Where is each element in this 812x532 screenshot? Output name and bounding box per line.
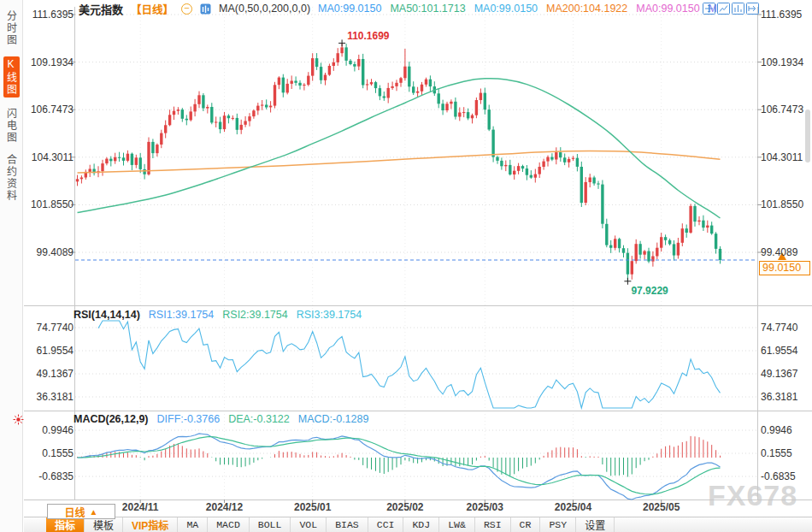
chart-toolbar-icons [703,3,759,15]
toolbar-item[interactable]: BIAS [327,517,368,532]
macd-settings-icon[interactable] [13,413,24,429]
y-axis-label: 101.8550 [761,198,807,210]
toolbar-item[interactable]: VIP指标 [123,517,178,532]
high-price-annotation: 110.1699 [347,30,389,42]
chevron-up-icon: ▲ [90,507,98,517]
indicator-toolbar: 指标模板VIP指标MAMACDBOLLVOLBIASCCIKDJLW&RSICR… [24,517,812,532]
y-axis-label: 49.1367 [761,368,807,380]
y-axis-label: 0.9946 [27,424,74,436]
legend-item: MA200:104.1922 [546,3,627,15]
sidebar-item-tab[interactable]: 合约资料 [4,154,19,202]
toolbar-item[interactable]: 指标 [46,517,85,532]
macd-formula[interactable]: MACD(26,12,9) [74,413,149,425]
line-scale-icon[interactable] [717,3,730,15]
y-axis-label: 49.1367 [27,368,74,380]
y-axis-label: 61.9554 [761,345,807,357]
toolbar-item[interactable]: 设置 [576,517,615,532]
x-axis-label: 2025/04 [555,501,591,513]
collapse-icon[interactable]: − [181,3,192,15]
scrollbar-thumb[interactable] [805,109,810,163]
y-axis-label: 0.9946 [761,424,807,436]
y-axis-label: 104.3011 [761,151,807,163]
ma-legend: MA0:99.0150MA50:101.1713MA0:99.0150MA200… [318,3,717,15]
candle-chart-icon[interactable] [200,3,211,15]
toolbar-item[interactable]: MACD [208,517,250,532]
y-axis-label: 109.1934 [761,56,807,68]
toolbar-item[interactable]: KDJ [403,517,439,532]
y-axis-label: 111.6395 [761,9,807,21]
ma-formula[interactable]: MA(0,50,0,200,0,0) [219,3,310,15]
y-axis-label: 101.8550 [27,198,74,210]
toolbar-item[interactable]: VOL [291,517,327,532]
y-axis-label: 104.3011 [27,151,74,163]
y-axis-label: 0.1555 [27,447,74,459]
last-price-label: 99.0150 [759,261,810,275]
y-axis-label: -0.6835 [761,470,807,482]
toolbar-item[interactable]: MA [178,517,208,532]
toolbar-item[interactable]: LW& [439,517,475,532]
low-price-annotation: 97.9229 [631,285,668,297]
y-axis-label: 61.9554 [27,345,74,357]
macd-legend: DIFF:-0.3766DEA:-0.3122MACD:-0.1289 [157,413,369,425]
sidebar-item-active[interactable]: K线图 [3,56,20,98]
crosshair-icon[interactable] [703,3,715,15]
x-axis-label: 2024/11 [122,501,159,513]
y-axis-label: -0.6835 [27,470,74,482]
bar-scale-icon[interactable] [732,3,744,15]
toolbar-item[interactable]: 模板 [85,517,123,532]
chart-type-sidebar: 分时图K线图闪电图合约资料 [0,0,23,532]
x-axis-label: 2024/12 [206,501,243,513]
legend-item: MA0:99.0150 [636,3,699,15]
legend-item: RSI1:39.1754 [149,309,214,321]
period-button-label: 日线 [65,505,85,519]
legend-item: DIFF:-0.3766 [157,413,221,425]
y-axis-label: 99.4089 [761,246,807,258]
export-icon[interactable] [746,3,759,15]
y-axis-label: 74.7740 [761,322,807,334]
toolbar-item[interactable]: PSY [540,517,576,532]
toolbar-item[interactable]: BOLL [250,517,291,532]
sidebar-item-tab[interactable]: 分时图 [4,10,19,46]
rsi-legend: RSI1:39.1754RSI2:39.1754RSI3:39.1754 [149,309,362,321]
x-axis-label: 2025/02 [386,501,423,513]
legend-item: RSI3:39.1754 [297,309,362,321]
toolbar-item[interactable]: CCI [368,517,404,532]
legend-item: RSI2:39.1754 [222,309,287,321]
legend-item: DEA:-0.3122 [228,413,290,425]
y-axis-label: 0.1555 [761,447,807,459]
x-axis-label: 2025/03 [467,501,503,513]
period-select-button[interactable]: 日线 ▲ [47,504,115,519]
rsi-pane-header: RSI(14,14,14) RSI1:39.1754RSI2:39.1754RS… [74,309,362,321]
legend-item: MA0:99.0150 [318,3,381,15]
x-axis-label: 2025/01 [294,501,331,513]
legend-item: MA50:101.1713 [390,3,465,15]
period-tag: 【日线】 [131,1,174,17]
x-axis-label: 2025/05 [643,501,680,513]
main-chart-header: 美元指数 【日线】 − MA(0,50,0,200,0,0) MA0:99.01… [79,2,717,15]
y-axis-label: 106.7473 [27,103,74,115]
toolbar-item[interactable]: RSI [475,517,511,532]
symbol-title: 美元指数 [79,1,123,17]
y-axis-label: 36.3181 [761,391,807,403]
legend-item: MA0:99.0150 [474,3,538,15]
y-axis-label: 99.4089 [27,246,74,258]
toolbar-item[interactable]: CR [511,517,541,532]
chart-app: FX678 分时图K线图闪电图合约资料 美元指数 【日线】 − MA(0,50,… [0,0,812,532]
macd-pane-header: MACD(26,12,9) DIFF:-0.3766DEA:-0.3122MAC… [74,413,368,425]
y-axis-label: 111.6395 [27,9,74,21]
legend-item: MACD:-0.1289 [298,413,369,425]
y-axis-label: 36.3181 [27,391,74,403]
sidebar-item-tab[interactable]: 闪电图 [4,108,19,144]
rsi-formula[interactable]: RSI(14,14,14) [74,309,140,321]
y-axis-label: 106.7473 [761,103,807,115]
y-axis-label: 109.1934 [27,56,74,68]
y-axis-label: 74.7740 [27,322,74,334]
chart-canvas[interactable] [0,0,812,532]
